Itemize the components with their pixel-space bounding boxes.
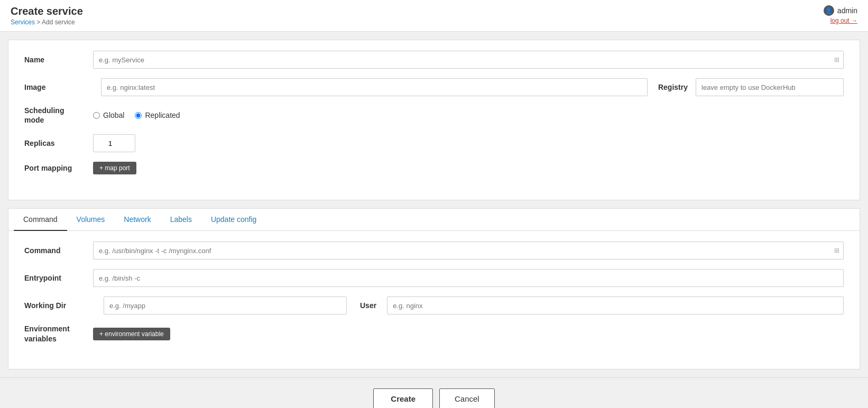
port-mapping-row: Port mapping + map port — [24, 162, 844, 174]
command-row: Command ⊞ — [24, 242, 844, 259]
env-row: Environment variables + environment vari… — [24, 324, 844, 343]
image-label: Image — [24, 83, 93, 91]
tabs-card: Command Volumes Network Labels Update co… — [8, 208, 860, 369]
admin-label: admin — [837, 6, 857, 15]
map-port-button[interactable]: + map port — [93, 162, 136, 174]
name-input[interactable] — [93, 51, 844, 69]
command-input[interactable] — [93, 242, 844, 259]
entrypoint-label: Entrypoint — [24, 274, 93, 282]
command-input-icon: ⊞ — [834, 247, 839, 254]
tab-update-config[interactable]: Update config — [201, 209, 266, 231]
scheduling-row: Scheduling mode Global Replicated — [24, 106, 844, 125]
entrypoint-row: Entrypoint — [24, 269, 844, 287]
radio-global-label: Global — [103, 111, 124, 119]
image-row: Image Registry — [24, 78, 844, 96]
replicas-row: Replicas — [24, 134, 844, 152]
registry-label: Registry — [658, 83, 688, 91]
tab-volumes[interactable]: Volumes — [67, 209, 115, 231]
command-label: Command — [24, 246, 93, 255]
header-right: 👤 admin log out → — [824, 5, 857, 24]
command-input-wrapper: ⊞ — [93, 242, 844, 259]
registry-input[interactable] — [696, 78, 844, 96]
tab-network[interactable]: Network — [114, 209, 160, 231]
tab-labels[interactable]: Labels — [161, 209, 201, 231]
page-footer: Create Cancel — [0, 377, 868, 408]
radio-global-option[interactable]: Global — [93, 111, 124, 119]
breadcrumb-current: Add service — [42, 18, 75, 26]
add-env-button[interactable]: + environment variable — [93, 328, 170, 340]
image-input[interactable] — [101, 78, 648, 96]
replicas-label: Replicas — [24, 139, 93, 147]
create-button[interactable]: Create — [373, 388, 433, 408]
header-left: Create service Services > Add service — [11, 5, 83, 26]
scheduling-radio-group: Global Replicated — [93, 111, 180, 119]
radio-global[interactable] — [93, 112, 100, 119]
workdir-row: Working Dir User — [24, 296, 844, 314]
user-input[interactable] — [387, 296, 844, 314]
name-label: Name — [24, 55, 93, 64]
replicas-input[interactable] — [93, 134, 135, 152]
page-title: Create service — [11, 5, 83, 17]
service-basic-card: Name ⊞ Image Registry Scheduling mode Gl… — [8, 40, 860, 200]
tabs-body: Command ⊞ Entrypoint Working Dir User — [8, 231, 860, 368]
user-label: User — [360, 301, 376, 310]
tab-command[interactable]: Command — [14, 209, 67, 231]
breadcrumb-services[interactable]: Services — [11, 18, 35, 26]
cancel-button[interactable]: Cancel — [439, 388, 495, 408]
name-input-wrapper: ⊞ — [93, 51, 844, 69]
scheduling-label: Scheduling mode — [24, 106, 93, 125]
breadcrumb: Services > Add service — [11, 18, 83, 26]
entrypoint-input[interactable] — [93, 269, 844, 287]
workdir-label: Working Dir — [24, 301, 93, 310]
admin-user: 👤 admin — [824, 5, 857, 16]
workdir-input[interactable] — [104, 296, 347, 314]
name-input-icon: ⊞ — [834, 56, 839, 63]
name-row: Name ⊞ — [24, 51, 844, 69]
logout-link[interactable]: log out → — [830, 17, 857, 24]
main-content: Name ⊞ Image Registry Scheduling mode Gl… — [0, 40, 868, 369]
radio-replicated[interactable] — [135, 112, 142, 119]
radio-replicated-option[interactable]: Replicated — [135, 111, 180, 119]
page-header: Create service Services > Add service 👤 … — [0, 0, 868, 32]
breadcrumb-separator: > — [36, 18, 42, 26]
env-label: Environment variables — [24, 324, 93, 343]
radio-replicated-label: Replicated — [145, 111, 180, 119]
tabs-header: Command Volumes Network Labels Update co… — [8, 209, 860, 231]
port-mapping-label: Port mapping — [24, 164, 93, 172]
admin-icon: 👤 — [824, 5, 834, 16]
